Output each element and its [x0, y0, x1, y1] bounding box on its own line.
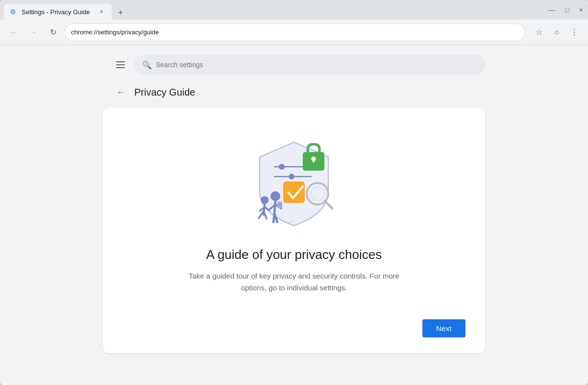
search-bar[interactable]: 🔍: [134, 55, 485, 75]
title-bar: ⚙ Settings - Privacy Guide × + — □ ×: [0, 0, 588, 20]
toolbar-icons: ☆ ○ ⋮: [531, 25, 582, 40]
close-button[interactable]: ×: [578, 5, 584, 15]
search-input[interactable]: [156, 61, 477, 69]
toolbar: ← → ↻ chrome://settings/privacy/guide ☆ …: [0, 20, 588, 45]
window-controls: — □ ×: [547, 5, 584, 15]
tab-title: Settings - Privacy Guide: [22, 8, 93, 16]
svg-point-11: [261, 196, 269, 204]
privacy-guide-card: A guide of your privacy choices Take a g…: [103, 108, 485, 353]
svg-rect-7: [283, 181, 305, 203]
svg-line-10: [325, 201, 332, 208]
card-actions: Next: [122, 319, 466, 337]
maximize-button[interactable]: □: [564, 5, 570, 15]
svg-rect-6: [313, 159, 315, 163]
active-tab[interactable]: ⚙ Settings - Privacy Guide ×: [4, 4, 112, 20]
reload-button[interactable]: ↻: [45, 25, 61, 40]
tab-strip: ⚙ Settings - Privacy Guide × +: [4, 0, 541, 20]
hamburger-menu-button[interactable]: [113, 57, 128, 73]
bookmark-button[interactable]: ☆: [531, 25, 547, 40]
svg-point-17: [270, 191, 280, 201]
svg-point-3: [289, 174, 294, 180]
browser-window: ⚙ Settings - Privacy Guide × + — □ × ← →…: [0, 0, 588, 385]
card-description: Take a guided tour of key privacy and se…: [176, 270, 412, 294]
svg-point-1: [279, 164, 285, 170]
page-title: Privacy Guide: [134, 87, 196, 98]
back-nav-button[interactable]: ←: [6, 25, 22, 40]
url-display: chrome://settings/privacy/guide: [71, 28, 519, 36]
settings-header: 🔍: [103, 55, 485, 75]
menu-button[interactable]: ⋮: [566, 25, 582, 40]
search-icon: 🔍: [142, 60, 152, 70]
next-button[interactable]: Next: [422, 319, 466, 337]
svg-rect-20: [277, 202, 282, 208]
hamburger-line: [116, 67, 125, 68]
address-bar[interactable]: chrome://settings/privacy/guide: [65, 24, 525, 41]
card-title: A guide of your privacy choices: [206, 247, 382, 262]
forward-nav-button[interactable]: →: [25, 25, 41, 40]
illustration: [230, 128, 358, 235]
minimize-button[interactable]: —: [547, 5, 556, 15]
tab-close-button[interactable]: ×: [97, 7, 106, 16]
page-content: 🔍 ← Privacy Guide: [0, 45, 588, 385]
tab-favicon: ⚙: [10, 8, 18, 16]
hamburger-line: [116, 64, 125, 65]
account-button[interactable]: ○: [549, 25, 564, 40]
privacy-illustration: [230, 128, 358, 235]
back-button[interactable]: ←: [113, 84, 128, 100]
page-title-area: ← Privacy Guide: [103, 84, 485, 100]
new-tab-button[interactable]: +: [114, 6, 127, 20]
hamburger-line: [116, 61, 125, 62]
